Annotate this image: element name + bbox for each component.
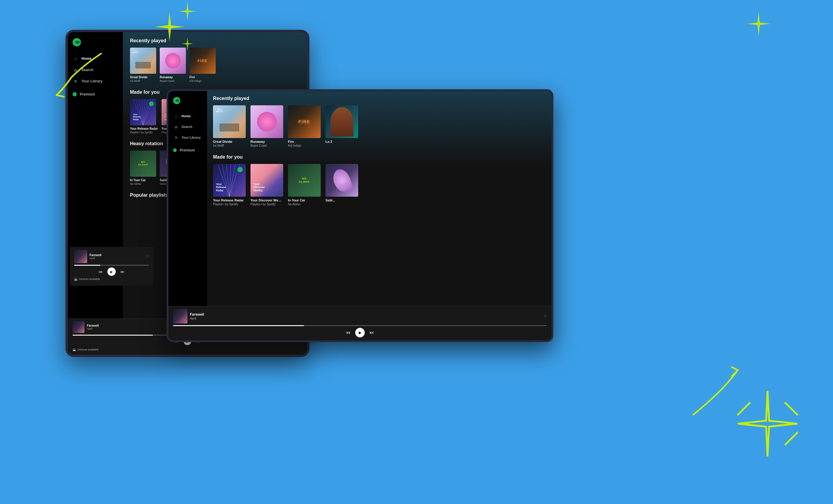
devices-bar-large: 💻 Devices available <box>73 347 302 352</box>
album-title-beast-coast-large: Runaway <box>160 76 186 79</box>
lo2-art-small <box>326 105 358 138</box>
now-playing-thumb-small <box>173 309 187 323</box>
album-title-ira-wolf-large: Great Divide <box>130 76 156 79</box>
mini-devices-label: Devices available <box>79 278 100 281</box>
sidebar-item-home-large[interactable]: ⌂ Home <box>68 53 123 64</box>
album-artist-discover-weekly-small: Playlist • by Spotify <box>251 202 283 206</box>
now-playing-artist-large: April <box>87 327 99 330</box>
album-title-fire-large: Fire <box>190 76 216 79</box>
album-title-fire-small: Fire <box>288 140 321 143</box>
devices-icon-large: 💻 <box>73 348 76 351</box>
album-card-release-radar-large[interactable]: YourReleaseRadar <box>130 99 158 134</box>
ira-wolf-art-large: IRAWOLF <box>130 48 156 74</box>
now-playing-title-large: Farewell <box>87 324 99 327</box>
album-title-lo2-small: Lo 2 <box>326 140 358 143</box>
album-card-sablier-small[interactable]: Sabl... <box>326 164 358 206</box>
mini-player-large: Farewell April ♡ ⏮ ▶ ⏭ 💻 Devices availab… <box>70 247 153 286</box>
mini-devices-icon: 💻 <box>74 278 77 281</box>
now-playing-artist-small: April <box>190 316 204 320</box>
mini-skip-back[interactable]: ⏮ <box>98 269 103 274</box>
mini-skip-forward[interactable]: ⏭ <box>120 269 125 274</box>
sidebar-item-home-small[interactable]: ⌂ Home <box>168 111 207 121</box>
album-card-discover-weekly-small[interactable]: YourDiscoverWeekly Your Discover Weekly … <box>251 164 283 206</box>
library-icon-small: ≡ <box>173 135 179 140</box>
album-thumb-sablier-small <box>326 164 358 197</box>
album-thumb-ira-wolf-large: IRAWOLF <box>130 48 156 74</box>
svg-point-10 <box>150 103 152 105</box>
sidebar-item-search-small[interactable]: ⌕ Search <box>168 122 207 131</box>
now-playing-title-small: Farewell <box>190 312 204 316</box>
spotify-logo-small <box>168 97 207 111</box>
recently-played-row-large: IRAWOLF Great Divide Ira Wolff Runaway B… <box>130 48 300 82</box>
search-icon-large: ⌕ <box>73 67 78 73</box>
album-artist-beast-coast-small: Beast Coast <box>251 144 283 147</box>
album-thumb-no-aloha-small: NOALOHA <box>288 164 321 197</box>
play-button-small[interactable]: ▶ <box>355 328 365 337</box>
mini-play-button[interactable]: ▶ <box>108 267 116 276</box>
fire-art-small: FIRE <box>288 105 321 138</box>
mini-heart-icon[interactable]: ♡ <box>146 255 149 259</box>
mini-player-info: Farewell April ♡ <box>74 250 149 263</box>
mini-controls: ⏮ ▶ ⏭ <box>74 267 149 276</box>
sidebar-item-library-small[interactable]: ≡ Your Library <box>168 133 207 142</box>
album-card-fire-large[interactable]: FIRE Fire Kid Indigo <box>190 48 216 82</box>
recently-played-title-small: Recently played <box>213 96 546 101</box>
recently-played-title-large: Recently played <box>130 38 300 44</box>
now-playing-text-large: Farewell April <box>87 324 99 330</box>
sidebar-item-label-search-small: Search <box>182 125 192 128</box>
sidebar-item-premium-small[interactable]: Premium <box>168 146 207 155</box>
devices-label-large: Devices available <box>78 348 98 351</box>
album-title-beast-coast-small: Runaway <box>251 140 283 143</box>
album-card-beast-coast-large[interactable]: Runaway Beast Coast <box>160 48 186 82</box>
sidebar-item-library-large[interactable]: ≡ Your Library <box>68 76 123 86</box>
album-card-no-aloha-large[interactable]: NOALOHA In Your Car No Aloha <box>130 150 156 185</box>
progress-bar-small[interactable] <box>173 325 547 326</box>
album-thumb-beast-coast-small <box>251 105 283 138</box>
heart-icon-small[interactable]: ♡ <box>544 314 547 318</box>
recently-played-row-small: IRAWOLF Great Divide Ira Wolff Runaway B… <box>213 105 546 147</box>
album-card-ira-wolf-large[interactable]: IRAWOLF Great Divide Ira Wolff <box>130 48 156 82</box>
album-thumb-fire-small: FIRE <box>288 105 321 138</box>
progress-fill-large <box>73 335 153 336</box>
svg-line-2 <box>133 99 143 125</box>
album-title-no-aloha-large: In Your Car <box>130 178 156 182</box>
album-artist-no-aloha-large: No Aloha <box>130 183 156 185</box>
album-card-release-radar-small[interactable]: YourReleaseRadar Yo <box>213 164 246 206</box>
sidebar-item-search-large[interactable]: ⌕ Search <box>68 65 123 75</box>
main-content-small: Recently played IRAWOLF Great Divide Ira… <box>207 91 552 340</box>
album-thumb-release-radar-large: YourReleaseRadar <box>130 99 156 125</box>
mini-progress-bar[interactable] <box>74 265 149 266</box>
no-aloha-art-large: NOALOHA <box>130 150 156 177</box>
premium-label-large: Premium <box>80 92 95 96</box>
album-card-no-aloha-small[interactable]: NOALOHA In Your Car No Aloha <box>288 164 321 206</box>
skip-forward-button-small[interactable]: ⏭ <box>370 330 374 335</box>
album-artist-no-aloha-small: No Aloha <box>288 202 321 206</box>
album-artist-beast-coast-large: Beast Coast <box>160 79 186 82</box>
now-playing-text-small: Farewell April <box>190 312 204 320</box>
album-card-fire-small[interactable]: FIRE Fire Kid Indigo <box>288 105 321 147</box>
sidebar-item-label-search-large: Search <box>81 68 93 72</box>
skip-back-button-small[interactable]: ⏮ <box>346 330 351 335</box>
album-card-ira-wolf-small[interactable]: IRAWOLF Great Divide Ira Wolff <box>213 105 246 147</box>
discover-weekly-text-small: YourDiscoverWeekly <box>254 183 265 192</box>
album-title-release-radar-small: Your Release Radar <box>213 198 246 202</box>
album-title-ira-wolf-small: Great Divide <box>213 140 246 143</box>
mini-devices: 💻 Devices available <box>74 278 149 281</box>
now-playing-thumb-large <box>73 321 85 333</box>
album-title-release-radar-large: Your Release Radar <box>130 127 158 130</box>
spotify-icon-small <box>173 148 177 152</box>
now-playing-bar-small: Farewell April ♡ ⏮ ▶ ⏭ <box>168 306 552 340</box>
spotify-icon-large <box>73 92 77 96</box>
album-card-beast-coast-small[interactable]: Runaway Beast Coast <box>251 105 283 147</box>
sidebar-item-premium-large[interactable]: Premium <box>68 90 123 99</box>
release-radar-art-large: YourReleaseRadar <box>130 99 156 125</box>
sidebar-small: ⌂ Home ⌕ Search ≡ Your Library Premium <box>168 91 207 340</box>
search-icon-small: ⌕ <box>173 124 179 129</box>
ira-wolf-art-small: IRAWOLF <box>213 105 246 138</box>
library-icon-large: ≡ <box>73 78 78 84</box>
album-thumb-beast-coast-large <box>160 48 186 74</box>
album-card-lo2-small[interactable]: Lo 2 <box>326 105 358 147</box>
svg-line-7 <box>143 99 148 125</box>
album-thumb-discover-weekly-small: YourDiscoverWeekly <box>251 164 283 197</box>
mini-progress-fill <box>74 265 100 266</box>
